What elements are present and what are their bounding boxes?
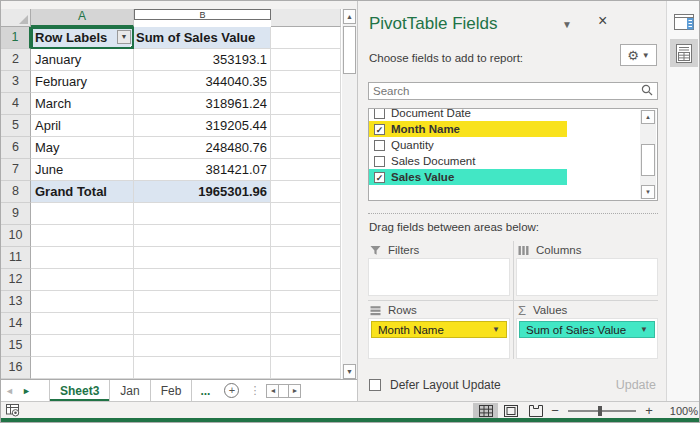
pane-options-chevron-icon[interactable]: ▼ [562, 19, 572, 30]
cell-A14[interactable] [31, 313, 134, 335]
cell-B4[interactable]: 318961.24 [134, 93, 271, 115]
task-pane-layout-button[interactable] [670, 8, 698, 36]
cell-C12[interactable] [271, 269, 341, 291]
chevron-down-icon[interactable]: ▼ [492, 325, 500, 334]
tools-button[interactable]: ⚙▼ [620, 44, 657, 66]
scroll-up-icon[interactable]: ▲ [343, 9, 356, 24]
list-scroll-up-icon[interactable]: ▲ [641, 110, 655, 124]
prev-sheet-icon[interactable]: ◄ [1, 386, 18, 396]
sheet-tab-feb[interactable]: Feb [151, 380, 193, 401]
row-header-14[interactable]: 14 [1, 313, 31, 335]
cell-C16[interactable] [271, 357, 341, 379]
rows-field-pill[interactable]: Month Name ▼ [371, 321, 507, 338]
row-header-6[interactable]: 6 [1, 137, 31, 159]
fields-pane-button[interactable] [670, 39, 698, 67]
field-checkbox[interactable] [374, 108, 385, 119]
new-sheet-button[interactable]: + [224, 383, 239, 398]
cell-B12[interactable] [134, 269, 271, 291]
scroll-down-icon[interactable]: ▼ [343, 364, 356, 379]
field-checkbox[interactable]: ✓ [374, 124, 385, 135]
pane-close-icon[interactable]: × [598, 12, 607, 30]
page-layout-view-button[interactable] [498, 403, 523, 419]
cell-B15[interactable] [134, 335, 271, 357]
row-header-10[interactable]: 10 [1, 225, 31, 247]
cell-B9[interactable] [134, 203, 271, 225]
cell-A13[interactable] [31, 291, 134, 313]
row-header-1[interactable]: 1 [1, 27, 31, 49]
row-header-5[interactable]: 5 [1, 115, 31, 137]
row-header-15[interactable]: 15 [1, 335, 31, 357]
field-list-scrollbar[interactable]: ▲ ▼ [640, 110, 656, 199]
cell-C1[interactable] [271, 27, 341, 49]
cell-A12[interactable] [31, 269, 134, 291]
cell-A15[interactable] [31, 335, 134, 357]
cell-C15[interactable] [271, 335, 341, 357]
zoom-level-label[interactable]: 100% [662, 405, 698, 417]
row-header-13[interactable]: 13 [1, 291, 31, 313]
sheet-tab-jan[interactable]: Jan [110, 380, 150, 401]
cell-A8[interactable]: Grand Total [31, 181, 134, 203]
cell-C9[interactable] [271, 203, 341, 225]
column-header-A[interactable]: A [31, 9, 134, 27]
cell-B8[interactable]: 1965301.96 [134, 181, 271, 203]
cell-C14[interactable] [271, 313, 341, 335]
zoom-slider[interactable] [568, 410, 636, 412]
field-item-document-date[interactable]: Document Date [369, 108, 567, 121]
cell-A5[interactable]: April [31, 115, 134, 137]
field-item-sales-document[interactable]: Sales Document [369, 153, 567, 169]
field-checkbox[interactable] [374, 140, 385, 151]
cell-B13[interactable] [134, 291, 271, 313]
list-scrollbar-thumb[interactable] [641, 144, 655, 176]
zoom-out-button[interactable]: − [548, 403, 562, 418]
defer-layout-checkbox[interactable] [369, 379, 381, 391]
cell-B10[interactable] [134, 225, 271, 247]
column-header-B[interactable]: B [134, 9, 271, 20]
zoom-slider-thumb[interactable] [598, 406, 602, 416]
row-header-9[interactable]: 9 [1, 203, 31, 225]
cell-B1[interactable]: Sum of Sales Value [134, 27, 271, 49]
list-scroll-down-icon[interactable]: ▼ [641, 185, 655, 199]
cell-A1[interactable]: Row Labels▼ [31, 27, 134, 49]
cell-B14[interactable] [134, 313, 271, 335]
field-item-quantity[interactable]: Quantity [369, 137, 567, 153]
cell-C4[interactable] [271, 93, 341, 115]
row-header-11[interactable]: 11 [1, 247, 31, 269]
row-header-4[interactable]: 4 [1, 93, 31, 115]
zoom-in-button[interactable]: + [642, 403, 656, 418]
values-dropzone[interactable]: Sum of Sales Value ▼ [516, 318, 658, 359]
chevron-down-icon[interactable]: ▼ [640, 325, 648, 334]
cell-C13[interactable] [271, 291, 341, 313]
page-break-preview-button[interactable] [523, 403, 548, 419]
update-button[interactable]: Update [616, 378, 656, 392]
filter-dropdown-icon[interactable]: ▼ [117, 30, 131, 44]
cell-B2[interactable]: 353193.1 [134, 49, 271, 71]
field-checkbox[interactable] [374, 156, 385, 167]
columns-dropzone[interactable] [516, 258, 658, 296]
cell-A11[interactable] [31, 247, 134, 269]
cell-A7[interactable]: June [31, 159, 134, 181]
row-header-8[interactable]: 8 [1, 181, 31, 203]
vertical-scrollbar[interactable]: ▲ ▼ [342, 9, 357, 379]
cell-C2[interactable] [271, 49, 341, 71]
row-header-3[interactable]: 3 [1, 71, 31, 93]
search-input[interactable] [368, 82, 658, 100]
cell-A6[interactable]: May [31, 137, 134, 159]
cell-B16[interactable] [134, 357, 271, 379]
tab-scroll-left-icon[interactable]: ◄ [266, 384, 279, 398]
row-header-7[interactable]: 7 [1, 159, 31, 181]
row-header-12[interactable]: 12 [1, 269, 31, 291]
vertical-scrollbar-thumb[interactable] [343, 26, 356, 74]
cell-C11[interactable] [271, 247, 341, 269]
filters-dropzone[interactable] [368, 258, 510, 296]
field-item-sales-value[interactable]: ✓Sales Value [369, 169, 567, 185]
macro-record-button[interactable] [6, 404, 20, 417]
cell-B5[interactable]: 319205.44 [134, 115, 271, 137]
normal-view-button[interactable] [473, 403, 498, 419]
rows-dropzone[interactable]: Month Name ▼ [368, 318, 510, 359]
values-field-pill[interactable]: Sum of Sales Value ▼ [519, 321, 655, 338]
tab-scrollbar-thumb[interactable] [279, 384, 288, 398]
cell-C8[interactable] [271, 181, 341, 203]
select-all-corner[interactable] [1, 9, 31, 27]
cell-B3[interactable]: 344040.35 [134, 71, 271, 93]
cell-B7[interactable]: 381421.07 [134, 159, 271, 181]
